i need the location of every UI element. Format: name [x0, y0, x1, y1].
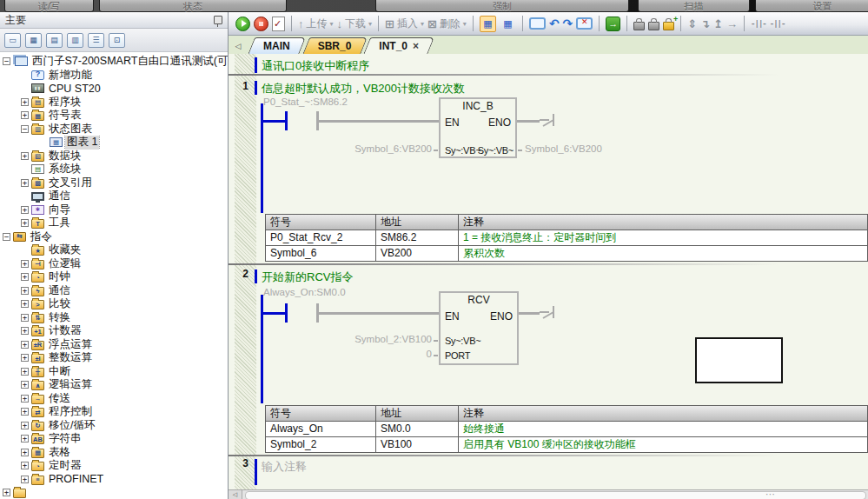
expand-icon[interactable]: + [21, 408, 29, 416]
run-button[interactable] [235, 17, 250, 31]
expand-icon[interactable]: + [21, 287, 29, 295]
comment-cell[interactable]: 始终接通 [459, 422, 868, 437]
network-view-button[interactable]: ▦ [480, 16, 496, 32]
expand-icon[interactable]: + [21, 449, 29, 456]
stop-button[interactable] [254, 17, 268, 31]
network-2-contact-label[interactable]: Always_On:SM0.0 [263, 287, 346, 297]
expand-icon[interactable]: + [21, 219, 29, 227]
collapse-icon[interactable]: − [21, 125, 29, 133]
tree-item-4[interactable]: +▦符号表 [0, 109, 228, 123]
expand-icon[interactable]: + [21, 381, 29, 389]
delete-button[interactable]: ⊠ 删除 ▾ [427, 17, 467, 31]
scan-button[interactable]: 扫描 [638, 0, 750, 12]
network-2-port-operand[interactable]: 0 [333, 349, 432, 359]
expand-icon[interactable]: + [21, 273, 29, 281]
expand-icon[interactable]: + [21, 476, 29, 483]
status-chart-icon[interactable]: ▤ [46, 33, 63, 48]
comment-cell[interactable]: 启用具有 VB100 缓冲区的接收功能框 [459, 437, 868, 453]
tree-item-1[interactable]: ?新增功能 [0, 69, 228, 83]
floating-empty-box[interactable] [695, 337, 783, 383]
tab-scroll-left-icon[interactable]: ◁ [232, 39, 244, 53]
tree-item-12[interactable]: +T工具 [0, 216, 228, 230]
tree-item-8[interactable]: ▤系统块 [0, 163, 228, 176]
tree-item-0[interactable]: −西门子S7-200SMART自由口通讯测试(可发 [0, 55, 228, 69]
network-1-contact-label[interactable]: P0_Stat_~:SM86.2 [263, 96, 348, 107]
address-cell[interactable]: VB200 [376, 246, 459, 262]
horizontal-scrollbar[interactable]: ◁ ⋯ [229, 489, 868, 499]
insert-button[interactable]: ⊞ 插入 ▾ [385, 17, 424, 31]
read-write-button[interactable]: 读/写 [4, 0, 94, 12]
tree-item-17[interactable]: +ϟ通信 [0, 284, 228, 298]
address-cell[interactable]: SM86.2 [376, 230, 459, 246]
symbol-cell[interactable]: P0_Stat_Rcv_2 [266, 230, 376, 246]
collapse-icon[interactable]: − [3, 57, 10, 65]
network-1-comment[interactable]: 信息超时默认成功，VB200计数接收次数 [262, 81, 465, 96]
tree-item-7[interactable]: +▧数据块 [0, 150, 228, 163]
empty-box-tool-button[interactable] [529, 17, 546, 30]
tree-item-18[interactable]: +>比较 [0, 297, 228, 311]
tree-item-13[interactable]: −⇆指令 [0, 230, 228, 244]
symbol-cell[interactable]: Symbol_6 [266, 246, 376, 262]
ladder-editor[interactable]: 通讯口0接收中断程序 1 信息超时默认成功，VB200计数接收次数 P0_Sta… [229, 54, 868, 490]
cross-reference-icon[interactable]: ☰ [88, 33, 104, 48]
branch-up-button[interactable]: ↥ [713, 17, 723, 30]
tree-item-26[interactable]: +⇄程序控制 [0, 405, 228, 419]
tree-item-28[interactable]: +AB字符串 [0, 432, 228, 446]
download-dropdown-icon[interactable]: ▾ [368, 20, 372, 28]
instruction-block-rcv[interactable]: RCV EN ENO Sy~:VB~ PORT [439, 291, 519, 365]
branch-down-button[interactable]: ↴ [700, 17, 710, 30]
download-button[interactable]: ↓ 下载 ▾ [337, 17, 373, 31]
tree-item-25[interactable]: +→传送 [0, 392, 228, 406]
undo-button[interactable]: ↶ [549, 17, 560, 30]
network-2-comment[interactable]: 开始新的RCV指令 [262, 269, 353, 285]
network-2-in-operand[interactable]: Symbol_2:VB100 [333, 334, 432, 344]
program-block-icon[interactable]: ▭ [4, 33, 21, 48]
collapse-icon[interactable]: − [3, 233, 10, 241]
tree-item-16[interactable]: +◔时钟 [0, 270, 228, 284]
line-right-button[interactable]: → [726, 17, 738, 30]
tree-item-6[interactable]: ▦图表 1 [0, 136, 228, 150]
redo-button[interactable]: ↷ [563, 17, 573, 30]
contact-bar-left[interactable] [285, 111, 288, 130]
tree-item-5[interactable]: −▥状态图表 [0, 123, 228, 136]
communication-icon[interactable]: ⊡ [109, 33, 125, 48]
lock-icon[interactable] [633, 22, 645, 30]
symbol-cell[interactable]: Symbol_2 [266, 437, 376, 453]
network-view-alt-button[interactable]: ▦ [500, 16, 516, 32]
expand-icon[interactable]: + [21, 111, 29, 119]
tree-item-31[interactable]: +≡PROFINET [0, 473, 228, 487]
scrollbar-thumb[interactable]: ⋯ [245, 491, 866, 499]
tab-sbr0[interactable]: SBR_0 [306, 37, 364, 55]
expand-icon[interactable]: + [21, 314, 29, 322]
tab-close-icon[interactable]: × [413, 42, 419, 50]
pin-icon[interactable] [214, 16, 222, 24]
expand-icon[interactable]: + [3, 489, 10, 496]
data-block-icon[interactable]: ▥ [67, 33, 83, 48]
tree-item-9[interactable]: +▩交叉引用 [0, 176, 228, 190]
settings-button[interactable]: 设置 [755, 0, 868, 12]
tree-item-27[interactable]: +↻移位/循环 [0, 419, 228, 433]
tree-item-32[interactable]: + [0, 486, 228, 499]
tree-item-24[interactable]: +∧逻辑运算 [0, 378, 228, 392]
expand-icon[interactable]: + [21, 341, 29, 349]
scroll-left-icon[interactable]: ◁ [229, 490, 242, 499]
contact-tool-button[interactable]: -||- [751, 20, 766, 28]
tree-item-2[interactable]: ▮▮CPU ST20 [0, 82, 228, 96]
expand-icon[interactable]: + [21, 98, 29, 106]
instruction-block-inc-b[interactable]: INC_B EN ENO Sy~:VB~ Sy~:VB~ [439, 97, 517, 158]
expand-icon[interactable]: + [21, 435, 29, 442]
tab-main[interactable]: MAIN [251, 37, 302, 55]
expand-icon[interactable]: + [21, 300, 29, 308]
tree-item-20[interactable]: ++1计数器 [0, 324, 228, 338]
unlock-icon[interactable] [648, 22, 659, 30]
network-1-out-operand[interactable]: Symbol_6:VB200 [525, 143, 602, 154]
tree-item-19[interactable]: +⇅转换 [0, 311, 228, 325]
tree-item-21[interactable]: +±R浮点运算 [0, 338, 228, 352]
upload-dropdown-icon[interactable]: ▾ [330, 20, 334, 28]
expand-icon[interactable]: + [21, 354, 29, 362]
expand-icon[interactable]: + [21, 206, 29, 214]
tree-item-14[interactable]: ★收藏夹 [0, 243, 228, 257]
symbol-table-icon[interactable]: ▦ [25, 33, 42, 48]
tree-item-30[interactable]: +◔定时器 [0, 459, 228, 473]
tree-item-15[interactable]: +⊣位逻辑 [0, 257, 228, 271]
